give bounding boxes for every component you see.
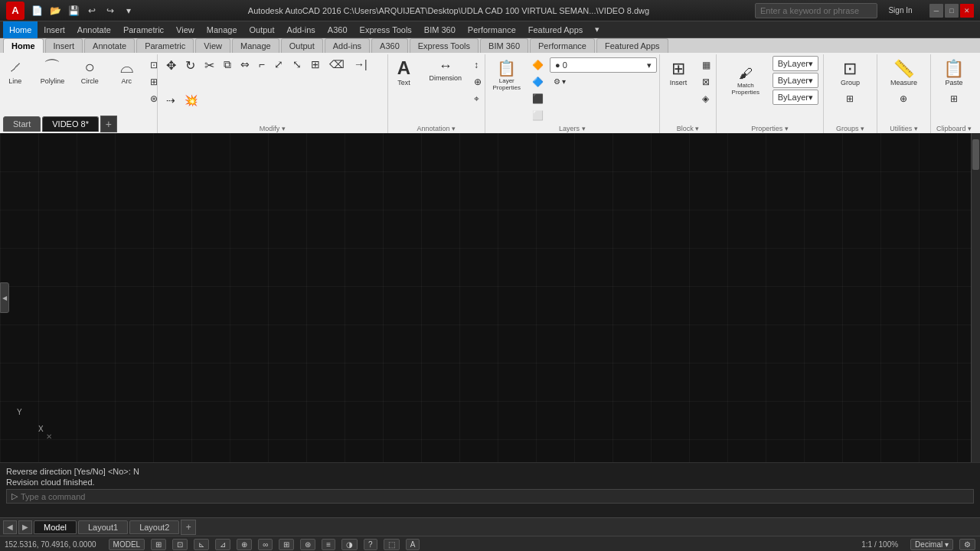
save-button[interactable]: 💾 xyxy=(66,3,81,18)
tab-annotate[interactable]: Annotate xyxy=(84,38,135,53)
close-button[interactable]: ✕ xyxy=(960,4,974,18)
bylayer-dropdown-1[interactable]: ByLayer ▾ xyxy=(773,56,818,71)
qa-dropdown-button[interactable]: ▾ xyxy=(121,3,136,18)
tool-rotate[interactable]: ↻ xyxy=(181,56,199,75)
tool-dimension[interactable]: ↔ Dimension xyxy=(423,56,467,85)
vertical-scrollbar[interactable] xyxy=(971,133,980,462)
tool-erase[interactable]: ⌫ xyxy=(325,56,348,73)
menu-parametric[interactable]: Parametric xyxy=(117,21,170,38)
menu-more[interactable]: ▾ xyxy=(589,21,606,38)
tab-view[interactable]: View xyxy=(195,38,230,53)
group-extra[interactable]: ⊞ xyxy=(842,91,858,106)
scrollbar-thumb[interactable] xyxy=(972,139,979,170)
new-tab-button[interactable]: + xyxy=(100,116,117,132)
block-dropdown-icon[interactable]: ▾ xyxy=(695,125,699,132)
tab-home[interactable]: Home xyxy=(3,38,44,53)
tool-circle[interactable]: ○ Circle xyxy=(73,56,106,88)
tool-move[interactable]: ✥ xyxy=(162,56,180,75)
new-button[interactable]: 📄 xyxy=(29,3,44,18)
properties-dropdown-icon[interactable]: ▾ xyxy=(785,125,789,132)
tool-copy[interactable]: ⧉ xyxy=(220,56,235,73)
lwt-button[interactable]: ≡ xyxy=(322,539,335,550)
tab-start[interactable]: Start xyxy=(3,116,41,132)
tool-trim[interactable]: ✂ xyxy=(201,56,218,75)
tool-scale[interactable]: ⤡ xyxy=(289,56,305,73)
dynin-button[interactable]: ⊛ xyxy=(300,539,315,550)
layout-prev-button[interactable]: ◀ xyxy=(3,520,17,534)
tab-bim360[interactable]: BIM 360 xyxy=(480,38,528,53)
clipboard-extra[interactable]: ⊞ xyxy=(946,91,962,106)
tab-manage[interactable]: Manage xyxy=(232,38,279,53)
tool-stretch[interactable]: ⤢ xyxy=(270,56,287,73)
tab-insert[interactable]: Insert xyxy=(45,38,83,53)
layer-select-number[interactable]: ● 0 ▾ xyxy=(550,57,657,73)
tool-layer-properties[interactable]: 📋 Layer Properties xyxy=(488,56,526,94)
tool-text[interactable]: A Text xyxy=(387,56,420,90)
transparency-button[interactable]: ◑ xyxy=(341,539,358,550)
undo-button[interactable]: ↩ xyxy=(84,3,100,18)
otrack-button[interactable]: ∞ xyxy=(258,539,273,550)
osnap-button[interactable]: ⊕ xyxy=(237,539,252,550)
menu-home[interactable]: Home xyxy=(3,21,38,38)
model-space-button[interactable]: MODEL xyxy=(109,539,145,550)
layer-btn-3[interactable]: ⬛ xyxy=(528,91,547,106)
tab-model[interactable]: Model xyxy=(34,520,77,534)
panel-toggle-button[interactable]: ◀ xyxy=(0,282,9,313)
anno-extra-2[interactable]: ⊕ xyxy=(470,74,485,90)
tool-line[interactable]: ⟋ Line xyxy=(0,56,32,88)
menu-insert[interactable]: Insert xyxy=(38,21,71,38)
maximize-button[interactable]: □ xyxy=(945,4,959,18)
tool-offset[interactable]: ⇢ xyxy=(162,92,179,109)
layer-btn-1[interactable]: 🔶 xyxy=(528,57,547,73)
utilities-dropdown-icon[interactable]: ▾ xyxy=(914,125,918,132)
redo-button[interactable]: ↪ xyxy=(103,3,118,18)
tool-fillet[interactable]: ⌐ xyxy=(255,56,269,73)
units-dropdown[interactable]: Decimal ▾ xyxy=(910,539,953,550)
layer-btn-4[interactable]: ⬜ xyxy=(528,108,547,123)
tool-arc[interactable]: ⌓ Arc xyxy=(109,56,143,88)
menu-express-tools[interactable]: Express Tools xyxy=(354,21,418,38)
anno-extra-3[interactable]: ⌖ xyxy=(470,91,485,106)
tool-polyline[interactable]: ⌒ Polyline xyxy=(35,56,70,88)
tool-group[interactable]: ⊡ Group xyxy=(833,56,867,90)
tab-addins[interactable]: Add-ins xyxy=(325,38,370,53)
tool-insert-block[interactable]: ⊞ Insert xyxy=(662,56,695,90)
drawing-canvas[interactable]: Y X ✕ ◀ xyxy=(0,133,980,462)
block-extra-2[interactable]: ⊠ xyxy=(698,74,714,90)
minimize-button[interactable]: ─ xyxy=(929,4,943,18)
open-button[interactable]: 📂 xyxy=(47,3,63,18)
ortho-button[interactable]: ⊾ xyxy=(194,539,209,550)
polar-button[interactable]: ⊿ xyxy=(215,539,230,550)
match-properties-tool[interactable]: 🖌 Match Properties xyxy=(721,64,770,98)
tab-layout1[interactable]: Layout1 xyxy=(78,520,128,534)
menu-bim360[interactable]: BIM 360 xyxy=(418,21,462,38)
annotation-dropdown-icon[interactable]: ▾ xyxy=(452,125,456,132)
utility-extra[interactable]: ⊕ xyxy=(896,91,911,106)
qp-button[interactable]: ? xyxy=(364,539,377,550)
tool-array[interactable]: ⊞ xyxy=(307,56,324,73)
menu-manage[interactable]: Manage xyxy=(201,21,243,38)
tab-layout2[interactable]: Layout2 xyxy=(129,520,179,534)
layers-dropdown-icon[interactable]: ▾ xyxy=(582,125,586,132)
tab-express-tools[interactable]: Express Tools xyxy=(410,38,479,53)
new-layout-button[interactable]: + xyxy=(181,520,196,535)
ducs-button[interactable]: ⊞ xyxy=(279,539,294,550)
menu-performance[interactable]: Performance xyxy=(462,21,522,38)
tab-video8[interactable]: VIDEO 8* xyxy=(42,116,99,132)
layer-btn-2[interactable]: 🔷 xyxy=(528,74,547,90)
tab-a360[interactable]: A360 xyxy=(371,38,408,53)
anno-extra-1[interactable]: ↕ xyxy=(470,57,485,73)
menu-view[interactable]: View xyxy=(170,21,201,38)
menu-annotate[interactable]: Annotate xyxy=(71,21,117,38)
tool-mirror[interactable]: ⇔ xyxy=(237,56,253,73)
tab-performance[interactable]: Performance xyxy=(530,38,595,53)
tool-explode[interactable]: 💥 xyxy=(181,92,201,109)
layout-next-button[interactable]: ▶ xyxy=(18,520,32,534)
bylayer-dropdown-3[interactable]: ByLayer ▾ xyxy=(773,90,818,105)
anno-scale-button[interactable]: A xyxy=(406,539,420,550)
grid-button[interactable]: ⊞ xyxy=(151,539,166,550)
modify-dropdown-icon[interactable]: ▾ xyxy=(282,125,286,132)
sign-in-button[interactable]: Sign In xyxy=(877,3,923,18)
menu-a360[interactable]: A360 xyxy=(322,21,354,38)
menu-featured-apps[interactable]: Featured Apps xyxy=(522,21,590,38)
